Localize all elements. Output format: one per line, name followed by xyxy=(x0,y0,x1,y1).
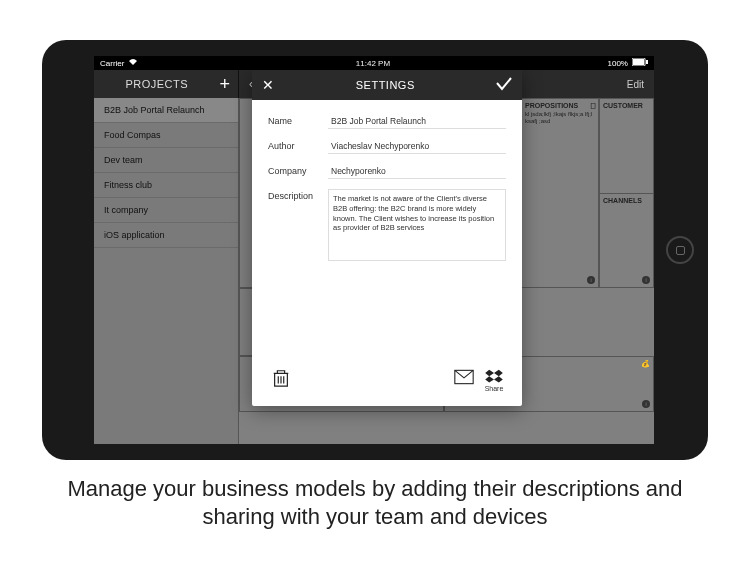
home-button[interactable] xyxy=(666,236,694,264)
modal-title: SETTINGS xyxy=(356,79,415,91)
name-input[interactable]: B2B Job Portal Relaunch xyxy=(328,114,506,129)
battery-label: 100% xyxy=(608,59,628,68)
sidebar-item-project[interactable]: Dev team xyxy=(94,148,238,173)
block-label: CUSTOMER xyxy=(603,102,643,109)
trash-icon xyxy=(270,368,292,388)
status-time: 11:42 PM xyxy=(356,59,390,68)
block-label: PROPOSITIONS xyxy=(525,102,578,109)
tablet-frame: Carrier 11:42 PM 100% PROJECTS + ‹ xyxy=(42,40,708,460)
form-row-description: Description The market is not aware of t… xyxy=(268,189,506,261)
sidebar-header: PROJECTS + xyxy=(94,70,239,98)
block-note: kl jsda;lkfj ;lkajs flkjs;a lfj;l ksafj … xyxy=(525,111,595,125)
modal-footer: Share xyxy=(252,360,522,406)
share-label: Share xyxy=(485,385,504,392)
close-button[interactable]: ✕ xyxy=(262,77,275,93)
dropbox-icon xyxy=(484,369,504,385)
sidebar-item-project[interactable]: B2B Job Portal Relaunch xyxy=(94,98,238,123)
svg-rect-2 xyxy=(646,60,648,64)
sidebar-item-project[interactable]: iOS application xyxy=(94,223,238,248)
app-screen: Carrier 11:42 PM 100% PROJECTS + ‹ xyxy=(94,56,654,444)
name-label: Name xyxy=(268,114,320,126)
gift-icon: ⎕ xyxy=(591,102,595,109)
company-input[interactable]: Nechyporenko xyxy=(328,164,506,179)
author-label: Author xyxy=(268,139,320,151)
status-bar: Carrier 11:42 PM 100% xyxy=(94,56,654,70)
marketing-caption: Manage your business models by adding th… xyxy=(0,475,750,530)
canvas-block-channels[interactable]: CHANNELS i xyxy=(599,193,654,288)
form-row-name: Name B2B Job Portal Relaunch xyxy=(268,114,506,129)
sidebar-item-project[interactable]: Fitness club xyxy=(94,173,238,198)
mail-share-button[interactable] xyxy=(454,369,474,385)
mail-icon xyxy=(454,369,474,385)
svg-rect-1 xyxy=(633,59,644,65)
sidebar-item-project[interactable]: Food Compas xyxy=(94,123,238,148)
info-icon[interactable]: i xyxy=(642,400,650,408)
author-input[interactable]: Viacheslav Nechyporenko xyxy=(328,139,506,154)
money-bag-icon: 💰 xyxy=(641,360,650,368)
canvas-block-propositions[interactable]: PROPOSITIONS ⎕ kl jsda;lkfj ;lkajs flkjs… xyxy=(521,98,599,288)
form-row-company: Company Nechyporenko xyxy=(268,164,506,179)
share-group: Share xyxy=(454,369,504,392)
modal-body: Name B2B Job Portal Relaunch Author Viac… xyxy=(252,100,522,360)
block-label: CHANNELS xyxy=(603,197,642,204)
projects-title: PROJECTS xyxy=(94,78,219,90)
modal-header: ✕ SETTINGS xyxy=(252,70,522,100)
add-project-button[interactable]: + xyxy=(219,74,230,95)
sidebar-item-project[interactable]: It company xyxy=(94,198,238,223)
info-icon[interactable]: i xyxy=(587,276,595,284)
home-button-square-icon xyxy=(676,246,685,255)
edit-button[interactable]: Edit xyxy=(627,79,644,90)
accept-button[interactable] xyxy=(496,77,512,94)
settings-modal: ✕ SETTINGS Name B2B Job Portal Relaunch … xyxy=(252,70,522,406)
battery-icon xyxy=(632,58,648,68)
carrier-label: Carrier xyxy=(100,59,124,68)
company-label: Company xyxy=(268,164,320,176)
description-input[interactable]: The market is not aware of the Client's … xyxy=(328,189,506,261)
delete-button[interactable] xyxy=(270,368,292,392)
wifi-icon xyxy=(128,58,138,68)
description-label: Description xyxy=(268,189,320,201)
info-icon[interactable]: i xyxy=(642,276,650,284)
projects-sidebar: B2B Job Portal Relaunch Food Compas Dev … xyxy=(94,98,239,444)
form-row-author: Author Viacheslav Nechyporenko xyxy=(268,139,506,154)
dropbox-share-button[interactable]: Share xyxy=(484,369,504,392)
